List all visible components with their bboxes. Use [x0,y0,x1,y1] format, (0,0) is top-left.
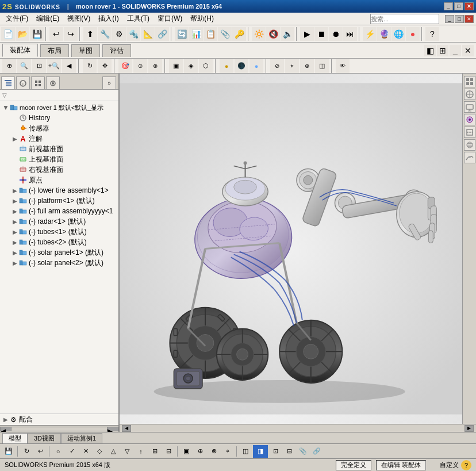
bt-tool7[interactable]: ↑ [135,445,147,458]
undo-button[interactable]: ↩ [49,27,63,41]
menu-insert[interactable]: 插入(I) [95,13,122,25]
bt-tool4[interactable]: ◇ [93,445,106,458]
bt-tool18[interactable]: 📎 [297,445,309,458]
fm-tab-expand[interactable]: » [102,76,116,89]
tab-sketch[interactable]: 草图 [71,44,100,57]
bt-tool9[interactable]: ⊟ [162,445,175,458]
tool1[interactable]: 🔧 [98,27,112,41]
bottom-tab-model[interactable]: 模型 [2,433,28,443]
tool13[interactable]: 🔈 [281,27,294,41]
maximize-button[interactable]: □ [454,2,463,10]
zoom-sel-btn[interactable]: 🔍 [17,59,31,73]
panel-toggle3[interactable]: _ [450,45,461,56]
tree-item-platform[interactable]: ▶ (-) platform<1> (默认) [0,196,118,206]
panel-toggle2[interactable]: ⊞ [437,45,448,56]
scroll-h-right[interactable]: ▶ [465,425,474,432]
tool10[interactable]: 🔑 [232,27,246,41]
mates-section[interactable]: ▶ ⚙ 配合 [0,413,118,425]
pan-btn[interactable]: ✥ [98,59,112,73]
menu-minimize[interactable]: _ [445,15,454,23]
tool12[interactable]: 🔇 [266,27,280,41]
menu-edit[interactable]: 编辑(E) [33,13,63,25]
menu-close[interactable]: ✕ [465,15,474,23]
hide-btn[interactable]: 👁 [336,59,350,73]
tree-item-right[interactable]: 右视基准面 [0,164,118,175]
tool5[interactable]: 🔗 [155,27,169,41]
bt-rebuild-btn[interactable]: ↻ [20,445,33,458]
menu-view[interactable]: 视图(V) [64,13,94,25]
view3[interactable]: ⊕ [148,59,162,73]
tree-item-full-arm[interactable]: ▶ (-) full arm assemblyyyyy<1 [0,206,118,216]
tool3[interactable]: 🔩 [126,27,140,41]
bt-tool5[interactable]: △ [107,445,120,458]
bottom-tab-3dview[interactable]: 3D视图 [28,433,61,443]
tubes1-expand[interactable]: ▶ [11,228,18,235]
lighting3[interactable]: ● [249,59,263,73]
rs-view-orient-icon[interactable] [464,76,475,87]
bt-tool19[interactable]: 🔗 [310,445,323,458]
select-button[interactable]: ⬆ [83,27,97,41]
solar2-expand[interactable]: ▶ [11,259,18,266]
tool21[interactable]: ● [406,27,420,41]
lighting-btn[interactable]: ● [220,59,233,73]
view-orient-btn[interactable]: 🎯 [118,59,132,73]
tool16[interactable]: ⏺ [329,27,343,41]
search-input[interactable] [370,14,439,24]
bt-tool17[interactable]: ⊟ [283,445,295,458]
bt-tool10[interactable]: ▣ [180,445,193,458]
fm-tab-property[interactable]: i [16,76,30,89]
bt-tool1[interactable]: ○ [52,445,64,458]
bt-tool2[interactable]: ✓ [66,445,78,458]
bt-tool8[interactable]: ⊞ [148,445,161,458]
tree-item-sensors[interactable]: 传感器 [0,123,118,133]
rotate-view-btn[interactable]: ↻ [83,59,97,73]
bt-tool11[interactable]: ⊕ [194,445,206,458]
solar1-expand[interactable]: ▶ [11,249,18,256]
3d-viewport[interactable]: X Y Z [120,74,462,424]
tool6[interactable]: 🔄 [175,27,189,41]
tool18[interactable]: ⚡ [363,27,377,41]
save-button[interactable]: 💾 [30,27,44,41]
tree-item-origin[interactable]: 原点 [0,175,118,185]
tree-item-top[interactable]: 上视基准面 [0,154,118,164]
prev-view-btn[interactable]: ◀ [62,59,76,73]
bt-tool16[interactable]: ⊡ [269,445,282,458]
tree-item-history[interactable]: History [0,113,118,123]
mates-expand[interactable]: ▶ [2,416,9,423]
zoom-area-btn[interactable]: ⊡ [32,59,46,73]
window-controls[interactable]: _ □ ✕ [444,2,474,10]
view5[interactable]: ⊛ [300,59,314,73]
rs-render-icon[interactable] [464,114,475,125]
bt-tool12[interactable]: ⊗ [208,445,220,458]
scroll-right-btn[interactable]: ▶ [107,427,118,431]
rs-section-icon[interactable] [464,127,475,138]
display3[interactable]: ⬡ [199,59,213,73]
rs-curvature-icon[interactable] [464,152,475,163]
lighting2[interactable]: 🌑 [235,59,248,73]
tool9[interactable]: 📎 [218,27,232,41]
tree-item-lower-tire[interactable]: ▶ (-) lower tire assembly<1> [0,185,118,196]
tree-item-solar1[interactable]: ▶ (-) solar panel<1> (默认) [0,247,118,258]
panel-close[interactable]: ✕ [462,45,474,56]
view2[interactable]: ⊙ [133,59,147,73]
root-expand-icon[interactable]: ▼ [2,104,9,111]
radar-expand[interactable]: ▶ [11,218,18,225]
tool4[interactable]: 📐 [141,27,155,41]
zoom-in-btn[interactable]: +🔍 [47,59,61,73]
menu-tools[interactable]: 工具(T) [124,13,153,25]
bt-tool14[interactable]: ◫ [239,445,252,458]
section-btn[interactable]: ⊘ [270,59,284,73]
tool14[interactable]: ▶ [300,27,314,41]
horizontal-scrollbar[interactable]: ◀ ▶ [120,424,476,432]
fm-tab-display[interactable] [46,76,60,89]
save-sm-btn[interactable]: 💾 [2,445,15,458]
redo-button[interactable]: ↪ [64,27,78,41]
open-button[interactable]: 📂 [16,27,29,41]
tubes2-expand[interactable]: ▶ [11,239,18,246]
menu-window[interactable]: 窗口(W) [154,13,186,25]
panel-toggle1[interactable]: ◧ [424,45,436,56]
tree-item-tubes1[interactable]: ▶ (-) tubes<1> (默认) [0,227,118,237]
tool15[interactable]: ⏹ [314,27,328,41]
tool20[interactable]: 🌐 [391,27,405,41]
fm-tab-tree[interactable] [1,76,15,89]
